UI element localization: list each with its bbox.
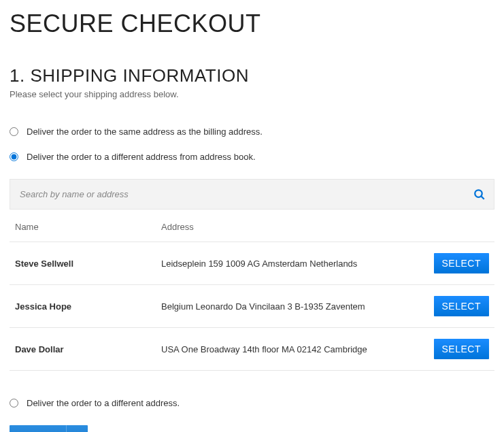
delivery-option-from-book[interactable]: Deliver the order to a different address… <box>10 152 494 162</box>
radio-label-from-book[interactable]: Deliver the order to a different address… <box>27 152 256 162</box>
table-row: Jessica Hope Belgium Leonardo Da Vincila… <box>10 285 494 328</box>
chevron-right-icon: › <box>66 425 88 432</box>
search-container <box>10 179 494 210</box>
search-input[interactable] <box>10 180 494 209</box>
table-row: Steve Sellwell Leidseplein 159 1009 AG A… <box>10 242 494 285</box>
select-button[interactable]: SELECT <box>434 296 489 316</box>
address-text: Leidseplein 159 1009 AG Amsterdam Nether… <box>156 242 429 285</box>
section-subtitle: Please select your shipping address belo… <box>10 89 494 99</box>
address-name: Steve Sellwell <box>10 242 156 285</box>
address-text: USA One Broadway 14th floor MA 02142 Cam… <box>156 328 429 371</box>
next-button-label: NEXT <box>10 425 66 432</box>
delivery-option-same-as-billing[interactable]: Deliver the order to the same address as… <box>10 127 494 137</box>
address-name: Jessica Hope <box>10 285 156 328</box>
address-table: Name Address Steve Sellwell Leidseplein … <box>10 210 494 371</box>
table-header-address: Address <box>156 210 429 242</box>
section-title: 1. SHIPPING INFORMATION <box>10 65 494 86</box>
radio-label-different-address[interactable]: Deliver the order to a different address… <box>27 398 180 408</box>
table-header-name: Name <box>10 210 156 242</box>
radio-label-same-as-billing[interactable]: Deliver the order to the same address as… <box>27 127 263 137</box>
next-button[interactable]: NEXT › <box>10 425 88 432</box>
search-icon[interactable] <box>473 188 486 201</box>
radio-from-address-book[interactable] <box>10 152 18 161</box>
radio-same-as-billing[interactable] <box>10 127 18 136</box>
svg-point-0 <box>475 190 482 197</box>
delivery-option-different-address[interactable]: Deliver the order to a different address… <box>10 398 494 408</box>
page-title: SECURE CHECKOUT <box>10 10 494 38</box>
address-text: Belgium Leonardo Da Vincilaan 3 B-1935 Z… <box>156 285 429 328</box>
table-header-action <box>429 210 494 242</box>
select-button[interactable]: SELECT <box>434 253 489 273</box>
select-button[interactable]: SELECT <box>434 339 489 359</box>
table-row: Dave Dollar USA One Broadway 14th floor … <box>10 328 494 371</box>
address-name: Dave Dollar <box>10 328 156 371</box>
svg-line-1 <box>482 196 484 199</box>
radio-different-address[interactable] <box>10 399 18 408</box>
